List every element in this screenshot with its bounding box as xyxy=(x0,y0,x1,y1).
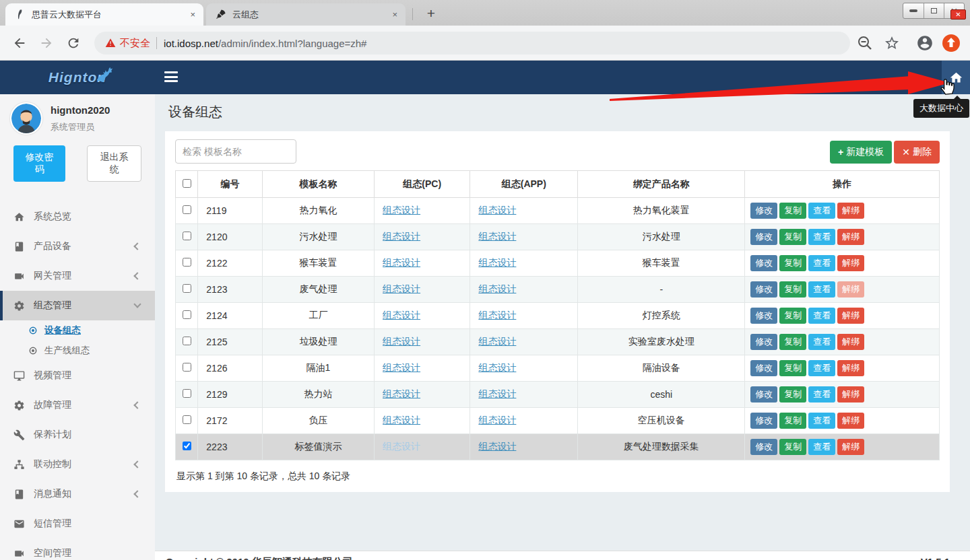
sidebar-item-sms[interactable]: 短信管理 xyxy=(0,509,155,538)
unbind-button[interactable]: 解绑 xyxy=(837,308,864,324)
address-bar[interactable]: 不安全 iot.idosp.net /admin/index.html?lang… xyxy=(94,32,850,55)
view-button[interactable]: 查看 xyxy=(808,229,835,245)
unbind-button[interactable]: 解绑 xyxy=(837,281,864,298)
app-config-link[interactable]: 组态设计 xyxy=(478,415,516,425)
edit-button[interactable]: 修改 xyxy=(750,229,777,245)
view-button[interactable]: 查看 xyxy=(808,334,835,350)
pc-config-link[interactable]: 组态设计 xyxy=(383,231,420,242)
zoom-out-icon[interactable] xyxy=(857,35,873,51)
app-config-link[interactable]: 组态设计 xyxy=(478,231,516,242)
row-checkbox[interactable] xyxy=(183,337,191,345)
copy-button[interactable]: 复制 xyxy=(779,229,806,245)
pc-config-link[interactable]: 组态设计 xyxy=(383,257,420,268)
new-template-button[interactable]: + 新建模板 xyxy=(830,141,892,164)
view-button[interactable]: 查看 xyxy=(808,413,835,429)
sidebar-item-products[interactable]: 产品设备 xyxy=(0,232,155,261)
app-config-link[interactable]: 组态设计 xyxy=(478,362,516,373)
app-config-link[interactable]: 组态设计 xyxy=(478,441,516,452)
app-config-link[interactable]: 组态设计 xyxy=(478,257,516,268)
unbind-button[interactable]: 解绑 xyxy=(837,413,864,429)
pc-config-link[interactable]: 组态设计 xyxy=(383,310,420,320)
hamburger-menu-icon[interactable] xyxy=(164,71,178,83)
select-all-checkbox[interactable] xyxy=(183,179,191,188)
app-config-link[interactable]: 组态设计 xyxy=(478,310,516,320)
browser-tab-active[interactable]: 思普云大数据平台 × xyxy=(5,3,203,26)
sidebar-item-space[interactable]: 空间管理 xyxy=(0,538,155,560)
edit-button[interactable]: 修改 xyxy=(750,255,777,271)
unbind-button[interactable]: 解绑 xyxy=(837,334,864,350)
row-checkbox[interactable] xyxy=(183,284,191,293)
copy-button[interactable]: 复制 xyxy=(779,413,806,429)
row-checkbox[interactable] xyxy=(183,232,191,240)
tab-close-icon[interactable]: × xyxy=(392,9,397,20)
app-config-link[interactable]: 组态设计 xyxy=(478,336,516,347)
app-config-link[interactable]: 组态设计 xyxy=(478,205,516,215)
row-checkbox[interactable] xyxy=(183,389,191,398)
sidebar-item-gateway[interactable]: 网关管理 xyxy=(0,261,155,291)
sidebar-item-overview[interactable]: 系统总览 xyxy=(0,202,155,232)
bookmark-star-icon[interactable] xyxy=(884,35,900,51)
unbind-button[interactable]: 解绑 xyxy=(837,255,864,271)
pc-config-link[interactable]: 组态设计 xyxy=(383,441,420,452)
tab-close-icon[interactable]: × xyxy=(190,9,195,20)
unbind-button[interactable]: 解绑 xyxy=(837,439,864,455)
view-button[interactable]: 查看 xyxy=(808,386,835,403)
unbind-button[interactable]: 解绑 xyxy=(837,229,864,245)
sidebar-item-video-mgmt[interactable]: 视频管理 xyxy=(0,361,155,390)
view-button[interactable]: 查看 xyxy=(808,255,835,271)
view-button[interactable]: 查看 xyxy=(808,281,835,298)
home-button[interactable] xyxy=(942,61,970,94)
sidebar-item-maintenance[interactable]: 保养计划 xyxy=(0,420,155,450)
app-config-link[interactable]: 组态设计 xyxy=(478,283,516,294)
minimize-button[interactable] xyxy=(903,3,924,18)
extension-icon[interactable] xyxy=(942,34,961,53)
forward-icon[interactable] xyxy=(39,36,54,50)
sidebar-item-message[interactable]: 消息通知 xyxy=(0,479,155,509)
new-tab-button[interactable]: + xyxy=(422,4,441,23)
pc-config-link[interactable]: 组态设计 xyxy=(383,388,420,399)
copy-button[interactable]: 复制 xyxy=(779,360,806,376)
edit-button[interactable]: 修改 xyxy=(750,281,777,298)
copy-button[interactable]: 复制 xyxy=(779,334,806,350)
copy-button[interactable]: 复制 xyxy=(779,439,806,455)
unbind-button[interactable]: 解绑 xyxy=(837,386,864,403)
unbind-button[interactable]: 解绑 xyxy=(837,360,864,376)
copy-button[interactable]: 复制 xyxy=(779,203,806,219)
pc-config-link[interactable]: 组态设计 xyxy=(383,415,420,425)
pc-config-link[interactable]: 组态设计 xyxy=(383,283,420,294)
view-button[interactable]: 查看 xyxy=(808,439,835,455)
search-input[interactable] xyxy=(175,139,296,164)
sidebar-item-device-config[interactable]: 设备组态 xyxy=(0,320,155,341)
edit-button[interactable]: 修改 xyxy=(750,203,777,219)
pc-config-link[interactable]: 组态设计 xyxy=(383,336,420,347)
reload-icon[interactable] xyxy=(66,36,81,50)
copy-button[interactable]: 复制 xyxy=(779,281,806,298)
view-button[interactable]: 查看 xyxy=(808,203,835,219)
edit-button[interactable]: 修改 xyxy=(750,308,777,324)
row-checkbox[interactable] xyxy=(183,310,191,319)
copy-button[interactable]: 复制 xyxy=(779,255,806,271)
pc-config-link[interactable]: 组态设计 xyxy=(383,205,420,215)
view-button[interactable]: 查看 xyxy=(808,360,835,376)
close-button[interactable]: ✕ ✕ xyxy=(944,3,964,18)
unbind-button[interactable]: 解绑 xyxy=(837,203,864,219)
browser-tab-inactive[interactable]: 云组态 × xyxy=(206,3,406,26)
logout-button[interactable]: 退出系统 xyxy=(87,145,141,182)
copy-button[interactable]: 复制 xyxy=(779,386,806,403)
back-icon[interactable] xyxy=(12,36,27,50)
delete-button[interactable]: ✕ 删除 xyxy=(894,141,940,164)
pc-config-link[interactable]: 组态设计 xyxy=(383,362,420,373)
row-checkbox[interactable] xyxy=(183,205,191,214)
app-config-link[interactable]: 组态设计 xyxy=(478,388,516,399)
sidebar-item-linkage[interactable]: 联动控制 xyxy=(0,450,155,479)
row-checkbox[interactable] xyxy=(183,415,191,424)
edit-button[interactable]: 修改 xyxy=(750,334,777,350)
copy-button[interactable]: 复制 xyxy=(779,308,806,324)
view-button[interactable]: 查看 xyxy=(808,308,835,324)
row-checkbox[interactable] xyxy=(183,363,191,372)
sidebar-item-config-mgmt[interactable]: 组态管理 xyxy=(0,291,155,320)
row-checkbox[interactable] xyxy=(183,258,191,267)
profile-avatar-icon[interactable] xyxy=(916,34,934,52)
change-password-button[interactable]: 修改密码 xyxy=(13,145,65,182)
edit-button[interactable]: 修改 xyxy=(750,386,777,403)
